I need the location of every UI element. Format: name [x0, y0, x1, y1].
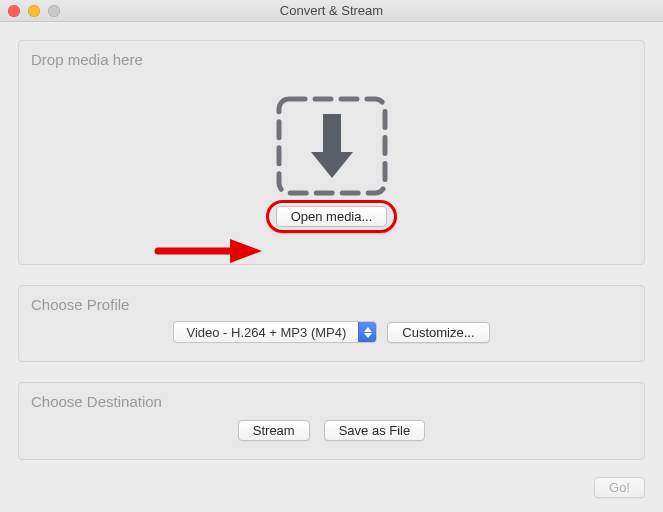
- open-media-button[interactable]: Open media...: [276, 206, 388, 227]
- profile-select[interactable]: Video - H.264 + MP3 (MP4): [173, 321, 377, 343]
- drop-zone[interactable]: Open media...: [31, 76, 632, 246]
- choose-profile-legend: Choose Profile: [31, 296, 632, 313]
- stream-button[interactable]: Stream: [238, 420, 310, 441]
- drop-media-legend: Drop media here: [31, 51, 632, 68]
- save-as-file-button[interactable]: Save as File: [324, 420, 426, 441]
- window-title: Convert & Stream: [0, 3, 663, 18]
- titlebar: Convert & Stream: [0, 0, 663, 22]
- svg-rect-1: [323, 114, 341, 154]
- choose-profile-group: Choose Profile Video - H.264 + MP3 (MP4)…: [18, 285, 645, 362]
- open-media-highlight: Open media...: [276, 206, 388, 227]
- customize-button[interactable]: Customize...: [387, 322, 489, 343]
- choose-destination-legend: Choose Destination: [31, 393, 632, 410]
- choose-destination-group: Choose Destination Stream Save as File: [18, 382, 645, 460]
- profile-selected-value: Video - H.264 + MP3 (MP4): [174, 325, 358, 340]
- go-button[interactable]: Go!: [594, 477, 645, 498]
- drop-target-icon: [276, 96, 388, 196]
- svg-marker-2: [311, 152, 353, 178]
- chevron-up-down-icon: [358, 322, 376, 342]
- svg-marker-4: [364, 333, 372, 338]
- content: Drop media here Open media... Ch: [0, 22, 663, 490]
- svg-marker-3: [364, 327, 372, 332]
- footer: Go!: [594, 477, 645, 498]
- drop-media-group: Drop media here Open media...: [18, 40, 645, 265]
